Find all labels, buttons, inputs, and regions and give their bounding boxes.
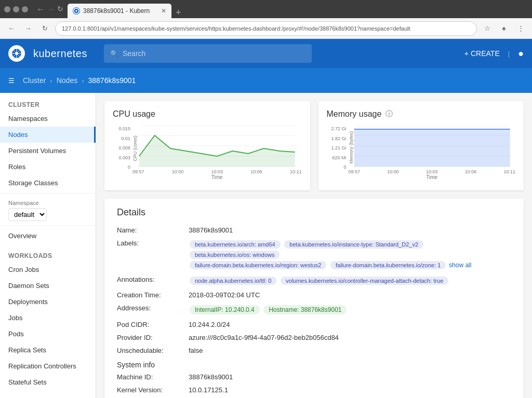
system-info-title: System info (117, 361, 511, 369)
sidebar-divider-2 (0, 225, 96, 226)
main-content: Cluster Namespaces Nodes Persistent Volu… (0, 93, 532, 398)
cpu-x-labels: 09:5710:0010:0310:0610:11 (132, 169, 302, 174)
mem-y-val-5: 2.72 Gi (331, 126, 346, 131)
browser-tab-active[interactable]: 38876k8s9001 - Kubern ✕ (68, 4, 171, 18)
top-nav: kubernetes 🔍 + CREATE | ● (0, 39, 532, 68)
bookmark-btn[interactable]: ☆ (481, 22, 494, 35)
sidebar-item-overview[interactable]: Overview (0, 228, 96, 244)
sidebar-item-jobs[interactable]: Jobs (0, 310, 96, 326)
labels-label: Labels: (117, 239, 184, 247)
extensions-btn[interactable]: ♠ (498, 22, 510, 35)
memory-chart-area: 2.72 Gi 1.82 Gi 1.21 Gi 620 Mi 0 Memory … (327, 125, 516, 182)
label-tag-0: beta.kubernetes.io/arch: amd64 (190, 240, 281, 249)
workloads-section-title: Workloads (0, 244, 96, 262)
provider-id-value: azure:///8c0c9a1c-9f94-4a07-96d2-beb2b05… (189, 334, 511, 341)
svg-point-3 (15, 52, 18, 55)
browser-dot-1 (4, 6, 10, 12)
mem-y-val-4: 1.82 Gi (331, 136, 346, 141)
sidebar-item-namespaces[interactable]: Namespaces (0, 111, 96, 127)
sidebar-item-storage-classes[interactable]: Storage Classes (0, 175, 96, 191)
addresses-value: InternalIP: 10.240.0.4 Hostname: 38876k8… (189, 304, 511, 315)
svg-point-1 (75, 10, 77, 12)
memory-y-axis-label: Memory (bytes) (349, 131, 354, 164)
detail-row-addresses: Addresses: InternalIP: 10.240.0.4 Hostna… (117, 304, 511, 315)
show-all-link[interactable]: show all (449, 262, 471, 269)
browser-dot-3 (22, 6, 28, 12)
label-tag-1: beta.kubernetes.io/instance-type: Standa… (284, 240, 423, 249)
app-title: kubernetes (33, 48, 87, 60)
search-bar[interactable]: 🔍 (104, 44, 312, 63)
sidebar-item-roles[interactable]: Roles (0, 159, 96, 175)
name-label: Name: (117, 226, 184, 234)
sidebar-item-cron-jobs[interactable]: Cron Jobs (0, 262, 96, 278)
search-input[interactable] (123, 49, 305, 58)
sidebar-item-replica-sets[interactable]: Replica Sets (0, 342, 96, 358)
sidebar-item-daemon-sets[interactable]: Daemon Sets (0, 278, 96, 294)
sidebar-item-replication-controllers[interactable]: Replication Controllers (0, 358, 96, 374)
forward-button[interactable]: → (22, 22, 34, 35)
menu-btn[interactable]: ⋮ (514, 22, 527, 35)
sidebar-item-persistent-volumes[interactable]: Persistent Volumes (0, 143, 96, 159)
tab-close-btn[interactable]: ✕ (161, 7, 166, 15)
cpu-y-val-4: 0.01 (121, 136, 130, 141)
address-bar[interactable]: 127.0.0.1:8001/api/v1/namespaces/kube-sy… (55, 21, 477, 36)
label-tag-3: failure-domain.beta.kubernetes.io/region… (190, 261, 326, 269)
namespace-label: Namespace default (0, 196, 96, 223)
menu-hamburger-icon[interactable]: ☰ (8, 77, 15, 85)
search-icon: 🔍 (110, 50, 118, 58)
namespace-select[interactable]: default (8, 208, 47, 221)
detail-row-machine-id: Machine ID: 38876k8s9001 (117, 373, 511, 381)
browser-dot-2 (13, 6, 19, 12)
unschedulable-value: false (189, 347, 511, 354)
breadcrumb-nodes[interactable]: Nodes (57, 76, 77, 85)
detail-row-annotations: Annotations: node.alpha.kubernetes.io/tt… (117, 276, 511, 286)
nav-reload[interactable]: ↻ (57, 5, 63, 14)
address-internal-tag: InternalIP: 10.240.0.4 (190, 305, 260, 314)
cpu-y-val-3: 0.006 (118, 145, 130, 150)
reload-button[interactable]: ↻ (38, 22, 51, 35)
breadcrumb-bar: ☰ Cluster › Nodes › 38876k8s9001 (0, 68, 532, 93)
address-hostname-tag: Hostname: 38876k8s9001 (263, 305, 347, 314)
back-button[interactable]: ← (5, 22, 18, 35)
breadcrumb-current: 38876k8s9001 (88, 76, 136, 85)
cpu-y-val-1: 0 (128, 164, 130, 170)
breadcrumb-sep-2: › (82, 77, 84, 85)
pod-cidr-value: 10.244.2.0/24 (189, 321, 511, 328)
sidebar-item-nodes[interactable]: Nodes (0, 127, 96, 143)
provider-id-label: Provider ID: (117, 334, 184, 341)
sidebar-divider-1 (0, 193, 96, 194)
machine-id-value: 38876k8s9001 (189, 373, 511, 381)
new-tab-btn[interactable]: + (172, 7, 184, 18)
nav-back[interactable]: ← (36, 5, 45, 14)
labels-value: beta.kubernetes.io/arch: amd64 beta.kube… (189, 239, 511, 270)
user-icon-btn[interactable]: ● (518, 48, 524, 59)
sidebar-item-pods[interactable]: Pods (0, 326, 96, 342)
nav-forward[interactable]: → (47, 5, 55, 14)
mem-y-val-3: 1.21 Gi (331, 145, 346, 150)
sidebar-item-deployments[interactable]: Deployments (0, 294, 96, 310)
browser-dots (4, 6, 28, 12)
annotation-tag-1: volumes.kubernetes.io/controller-managed… (281, 277, 448, 285)
breadcrumb-cluster[interactable]: Cluster (23, 76, 46, 85)
nav-separator: | (508, 50, 510, 58)
breadcrumb-sep-1: › (50, 77, 52, 85)
creation-time-value: 2018-03-09T02:04 UTC (189, 291, 511, 299)
pod-cidr-label: Pod CIDR: (117, 321, 184, 328)
cluster-section-title: Cluster (0, 93, 96, 111)
detail-row-name: Name: 38876k8s9001 (117, 226, 511, 234)
cpu-chart-title: CPU usage (113, 109, 302, 119)
mem-y-val-1: 0 (343, 164, 346, 170)
create-button[interactable]: + CREATE (464, 49, 500, 58)
detail-row-unschedulable: Unschedulable: false (117, 347, 511, 354)
sidebar: Cluster Namespaces Nodes Persistent Volu… (0, 93, 96, 398)
memory-chart-svg (349, 125, 516, 167)
machine-id-label: Machine ID: (117, 373, 184, 381)
kernel-version-value: 10.0.17125.1 (189, 386, 511, 394)
sidebar-item-stateful-sets[interactable]: Stateful Sets (0, 374, 96, 390)
create-plus-icon: + (464, 49, 469, 58)
kernel-version-label: Kernel Version: (117, 386, 184, 394)
cpu-x-title: Time (132, 174, 302, 180)
memory-chart-card: Memory usage ⓘ 2.72 Gi 1.82 Gi 1.21 Gi 6… (318, 101, 524, 190)
cpu-chart-area: 0.015 0.01 0.006 0.003 0 CPU (cores) (113, 125, 302, 182)
charts-row: CPU usage 0.015 0.01 0.006 0.003 0 (104, 101, 524, 190)
